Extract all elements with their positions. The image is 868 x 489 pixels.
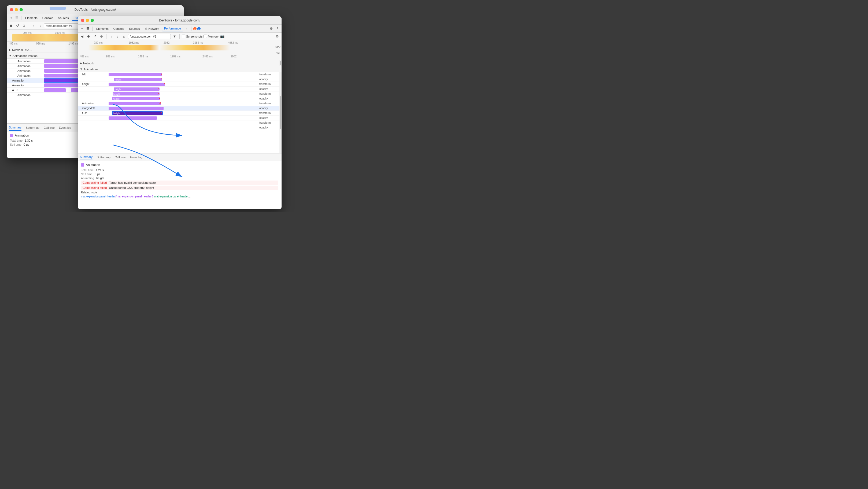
select-icon-2[interactable]: ⌖: [80, 26, 85, 31]
tab-summary-2[interactable]: Summary: [80, 154, 93, 160]
t-bar-6[interactable]: height: [112, 97, 160, 100]
r-label-12: opacity: [258, 125, 279, 130]
r-label-6: opacity: [258, 96, 279, 101]
scrollbar-thumb-2[interactable]: [280, 61, 281, 65]
tab-eventlog-1[interactable]: Event log: [59, 125, 71, 130]
summary-color-1: [10, 134, 13, 137]
v-cursor-2: [204, 72, 204, 153]
t-bar-7[interactable]: [108, 102, 161, 105]
tab-summary-1[interactable]: Summary: [9, 125, 22, 131]
select-icon[interactable]: ⌖: [8, 15, 14, 21]
home-icon-2[interactable]: ⌂: [121, 34, 127, 39]
settings-icon-2[interactable]: ⚙: [269, 26, 274, 31]
clear-icon-1[interactable]: ⊘: [21, 23, 27, 28]
anim-bar-7a[interactable]: [44, 88, 66, 92]
maximize-button-1[interactable]: [20, 8, 23, 11]
anim-label-4: Animation: [7, 74, 44, 77]
device-icon-2[interactable]: ☰: [85, 26, 91, 31]
capture-icon-2[interactable]: 📷: [220, 34, 225, 39]
download-icon-1[interactable]: ↓: [37, 23, 43, 28]
t-bar-8[interactable]: [108, 107, 163, 110]
r-label-9: transform: [258, 111, 279, 116]
anim-label-8: Animation: [7, 93, 44, 97]
url-input-2[interactable]: fonts.google.com #1: [128, 34, 171, 39]
t-bar-2[interactable]: height: [114, 78, 162, 81]
collapse-icon-2[interactable]: ◀: [80, 34, 85, 39]
screenshots-check-2[interactable]: [182, 35, 185, 38]
network-expand-2[interactable]: ▶: [80, 62, 82, 65]
anim-expand-2[interactable]: ▼: [80, 68, 83, 70]
tab-console-1[interactable]: Console: [40, 16, 55, 20]
tab-sources-1[interactable]: Sources: [56, 16, 71, 20]
node-hash-2[interactable]: #mat-expansion-panel-header-6: [115, 195, 153, 198]
tab-calltree-2[interactable]: Call tree: [115, 154, 126, 160]
maximize-button-2[interactable]: [91, 19, 94, 22]
t-bar-1[interactable]: [108, 73, 162, 76]
anim-l-7: Animation: [78, 101, 107, 106]
t-bar-5[interactable]: height: [113, 92, 160, 95]
tab-elements-1[interactable]: Elements: [23, 16, 40, 20]
tab-bottomup-2[interactable]: Bottom-up: [97, 154, 111, 160]
minimize-button-1[interactable]: [15, 8, 18, 11]
scrollbar-anim-2[interactable]: [279, 72, 282, 153]
tab-more-2[interactable]: »: [184, 26, 190, 31]
upload-icon-1[interactable]: ↑: [31, 23, 36, 28]
bottom-tabs-2: Summary Bottom-up Call tree Event log: [78, 153, 282, 161]
t-bar-10[interactable]: [108, 116, 157, 120]
settings2-icon-2[interactable]: ⚙: [275, 34, 280, 39]
record-icon-2[interactable]: ⏺: [86, 34, 91, 39]
minimize-button-2[interactable]: [86, 19, 89, 22]
sep-23: [106, 34, 106, 39]
tab-network-2[interactable]: ⚠ Network: [143, 26, 161, 31]
download-icon-2[interactable]: ↓: [115, 34, 120, 39]
screenshots-checkbox-2[interactable]: Screenshots: [182, 35, 203, 38]
summary-panel-2: Animation Total time 1.21 s Self time 0 …: [78, 161, 282, 209]
tab-eventlog-2[interactable]: Event log: [130, 154, 143, 160]
node-ellipsis-2: ...: [188, 195, 190, 198]
network-row-2: ▶ Network ...: [78, 60, 282, 66]
more-icon-2[interactable]: ⋮: [275, 26, 280, 31]
b2-tick-4: 1982 ms: [170, 55, 181, 58]
tab-performance-2[interactable]: Performance: [162, 26, 183, 31]
record-icon-1[interactable]: ⏺: [8, 23, 14, 28]
network-bar-1: [50, 7, 66, 10]
close-button-1[interactable]: [10, 8, 13, 11]
r-label-2: opacity: [258, 77, 279, 82]
close-button-2[interactable]: [81, 19, 84, 22]
t-row-4: height: [107, 87, 258, 91]
t-bar-3[interactable]: [108, 83, 165, 86]
device-icon[interactable]: ☰: [14, 15, 20, 21]
t2-tick-2: 1982 ms: [129, 41, 139, 44]
total-time-value-2: 1.21 s: [96, 169, 104, 172]
reload-icon-2[interactable]: ↺: [92, 34, 98, 39]
top-ruler-2: 982 ms 1982 ms 2982 3982 ms 4982 ms: [78, 41, 282, 45]
tab-bottomup-1[interactable]: Bottom-up: [26, 125, 39, 130]
scrollbar-thumb-anim-2[interactable]: [280, 96, 281, 128]
tab-calltree-1[interactable]: Call tree: [44, 125, 55, 130]
clear-icon-2[interactable]: ⊘: [99, 34, 104, 39]
anim-header-label-1: Animations imation: [12, 54, 37, 57]
tab-sources-2[interactable]: Sources: [127, 26, 142, 31]
network-expand-1[interactable]: ▶: [9, 48, 11, 51]
node-class-2[interactable]: .mat-expansion-panel-header: [153, 195, 188, 198]
total-time-row-2: Total time 1.21 s: [81, 169, 278, 172]
t2-tick-3: 2982: [163, 41, 169, 44]
chip-warn-7: [159, 102, 161, 103]
tab-elements-2[interactable]: Elements: [94, 26, 111, 31]
total-time-label-1: Total time: [10, 139, 23, 142]
reload-icon-1[interactable]: ↺: [15, 23, 20, 28]
anim-l-10: [78, 116, 107, 120]
animating-row-2: Animating height: [81, 177, 278, 180]
scrollbar-2[interactable]: [279, 60, 282, 66]
memory-checkbox-2[interactable]: Memory: [204, 35, 219, 38]
upload-icon-2[interactable]: ↑: [108, 34, 114, 39]
t-bar-9-selected[interactable]: height: [113, 112, 162, 115]
tab-console-2[interactable]: Console: [111, 26, 126, 31]
btick-2: 996 ms: [36, 42, 45, 45]
anim-expand-1[interactable]: ▼: [9, 54, 11, 57]
sep-3: [29, 24, 29, 28]
t-bar-4[interactable]: height: [114, 87, 160, 91]
dropdown-icon-2[interactable]: ▼: [172, 34, 177, 39]
memory-check-2[interactable]: [204, 35, 207, 38]
node-link-2[interactable]: mat-expansion-panel-header: [81, 195, 115, 198]
